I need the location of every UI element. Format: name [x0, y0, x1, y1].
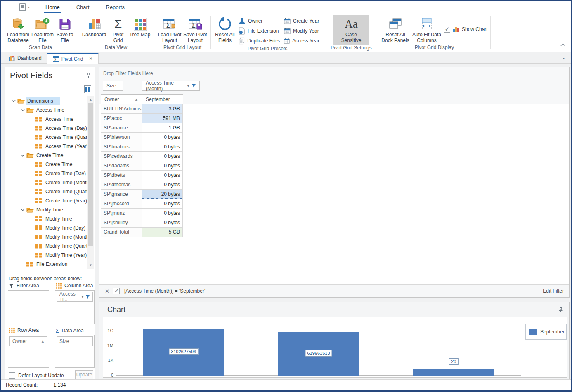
tree-item[interactable]: Access Time (Day)	[7, 124, 87, 133]
data-cell[interactable]: 0 bytes	[142, 132, 183, 142]
filter-funnel-icon[interactable]	[191, 84, 196, 88]
dashboard-button[interactable]: Dashboard	[80, 15, 108, 38]
filter-header-area[interactable]: Drop Filter Fields Here Size Access Time…	[99, 67, 569, 104]
tree-item[interactable]: Dimensions	[7, 96, 87, 106]
chevron-down-icon[interactable]	[19, 153, 26, 157]
field-list-layout-icon[interactable]	[84, 85, 91, 94]
tree-item[interactable]: Create Time	[7, 160, 87, 169]
tree-scrollbar[interactable]: ▲ ▼	[87, 96, 94, 269]
data-cell[interactable]: 0 bytes	[142, 142, 183, 152]
row-field-chip[interactable]: Owner ▲	[9, 336, 47, 346]
data-cell[interactable]: 0 bytes	[142, 199, 183, 209]
defer-layout-checkbox[interactable]	[9, 372, 15, 379]
row-field-button[interactable]: Owner ▲	[101, 94, 142, 104]
scroll-down-icon[interactable]: ▼	[87, 262, 94, 269]
data-cell[interactable]: 0 bytes	[142, 170, 183, 180]
row-header-cell[interactable]: SP\dbetts	[101, 170, 142, 180]
tree-item[interactable]: Modify Time	[7, 205, 87, 214]
column-header-september[interactable]: September	[142, 94, 183, 104]
load-pivot-layout-button[interactable]: Σ Load Pivot Layout	[157, 15, 182, 44]
chevron-down-icon[interactable]: ▾	[187, 84, 189, 88]
tree-item[interactable]: Create Time (Day)	[7, 169, 87, 178]
tree-item[interactable]: Create Time	[7, 151, 87, 160]
filter-enabled-checkbox[interactable]	[113, 288, 120, 294]
tree-item[interactable]: Modify Time (Quart...	[7, 242, 87, 251]
tree-item[interactable]: Modify Time (Year)	[7, 251, 87, 260]
tree-map-button[interactable]: Tree Map	[128, 15, 151, 38]
auto-fit-data-columns-button[interactable]: Auto Fit Data Columns	[410, 15, 444, 44]
tree-item[interactable]: Modify Time (Day)	[7, 223, 87, 232]
pivot-grid-button[interactable]: Σ Pivot Grid	[108, 15, 128, 44]
pin-icon[interactable]	[86, 73, 91, 80]
row-header-cell[interactable]: SP\blawson	[101, 132, 142, 142]
edit-filter-button[interactable]: Edit Filter	[543, 288, 564, 294]
chevron-down-icon[interactable]	[10, 99, 17, 103]
data-cell[interactable]: 0 bytes	[142, 161, 183, 171]
owner-preset-button[interactable]: Owner	[236, 16, 282, 26]
tree-item[interactable]: Modify Time (Month)	[7, 232, 87, 242]
tree-item[interactable]: Access Time (Quarter)	[7, 133, 87, 142]
chevron-down-icon[interactable]	[19, 208, 26, 212]
row-header-cell[interactable]: SP\dadams	[101, 161, 142, 171]
data-cell[interactable]: 5 GB	[142, 227, 183, 237]
row-area-box[interactable]: Owner ▲	[8, 335, 49, 368]
access-year-preset-button[interactable]: Access Year	[282, 36, 321, 45]
row-header-cell[interactable]: SP\gnance	[101, 189, 142, 199]
data-cell[interactable]: 0 bytes	[142, 218, 183, 228]
save-to-file-button[interactable]: Save to File	[54, 15, 75, 44]
app-menu-button[interactable]: ▾	[19, 3, 30, 11]
data-cell[interactable]: 1 GB	[142, 123, 183, 133]
data-cell[interactable]: 0 bytes	[142, 180, 183, 190]
data-field-chip[interactable]: Size	[57, 336, 93, 346]
case-sensitive-button[interactable]: Aa Case Sensitive	[333, 15, 369, 45]
chevron-down-icon[interactable]	[19, 108, 26, 112]
data-cell[interactable]: 3 GB	[142, 104, 183, 114]
collapse-ribbon-button[interactable]	[560, 40, 565, 48]
row-header-cell[interactable]: SP\anance	[101, 123, 142, 133]
tree-item[interactable]: Modify Time	[7, 214, 87, 223]
create-year-preset-button[interactable]: Create Year	[282, 16, 321, 26]
row-header-cell[interactable]: SP\cedwards	[101, 151, 142, 161]
ribbon-tab-home[interactable]: Home	[37, 2, 68, 12]
tree-item[interactable]: File Extension	[7, 260, 87, 269]
load-from-database-button[interactable]: Load from Database	[6, 15, 31, 44]
chevron-down-icon[interactable]: ▾	[82, 295, 83, 299]
close-tab-icon[interactable]: ✕	[89, 56, 92, 61]
tab-list-dropdown-icon[interactable]: ▾	[563, 56, 565, 60]
row-header-cell[interactable]: SP\bnabors	[101, 142, 142, 152]
filter-funnel-icon[interactable]	[85, 295, 90, 299]
update-button[interactable]: Update	[75, 370, 93, 379]
filter-area-box[interactable]	[8, 290, 49, 324]
modify-year-preset-button[interactable]: Modify Year	[282, 26, 321, 35]
defer-layout-update-toggle[interactable]: Defer Layout Update	[9, 372, 64, 379]
data-cell[interactable]: 0 bytes	[142, 208, 183, 218]
tree-item[interactable]: Create Time (Year)	[7, 196, 87, 205]
scroll-up-icon[interactable]: ▲	[87, 96, 94, 103]
tree-item[interactable]: Access Time	[7, 115, 87, 124]
data-cell[interactable]: 591 MB	[142, 113, 183, 123]
row-header-cell[interactable]: SP\jmunz	[101, 208, 142, 218]
row-header-cell[interactable]: Grand Total	[101, 227, 142, 237]
tab-pivot-grid[interactable]: Σ Pivot Grid ✕	[47, 53, 99, 64]
data-field-button[interactable]: Size	[103, 81, 123, 91]
data-cell[interactable]: 0 bytes	[142, 151, 183, 161]
ribbon-tab-chart[interactable]: Chart	[68, 2, 98, 12]
reset-all-dock-panels-button[interactable]: Reset All Dock Panels	[381, 15, 410, 44]
tree-item[interactable]: Access Time (Year)	[7, 142, 87, 151]
ribbon-tab-reports[interactable]: Reports	[98, 2, 133, 12]
file-extension-preset-button[interactable]: i File Extension	[236, 26, 282, 35]
show-chart-checkbox[interactable]	[444, 26, 450, 33]
load-from-file-button[interactable]: Load from File	[31, 15, 54, 44]
tree-item[interactable]: Access Time	[7, 106, 87, 115]
tab-dashboard[interactable]: Dashboard	[3, 53, 47, 63]
row-header-cell[interactable]: BUILTIN\Adminis...	[101, 104, 142, 114]
scrollbar-thumb[interactable]	[88, 103, 93, 246]
duplicate-files-preset-button[interactable]: Duplicate Files	[236, 36, 282, 45]
column-area-box[interactable]: Access Ti... ▾	[55, 290, 95, 324]
show-chart-toggle[interactable]: Show Chart	[444, 26, 488, 33]
row-header-cell[interactable]: SP\jmccord	[101, 199, 142, 209]
reset-all-fields-button[interactable]: Reset All Fields	[213, 15, 236, 44]
data-cell[interactable]: 20 bytes	[142, 189, 183, 199]
column-field-button[interactable]: Access Time (Month) ▾	[142, 81, 200, 91]
row-header-cell[interactable]: SP\acox	[101, 113, 142, 123]
